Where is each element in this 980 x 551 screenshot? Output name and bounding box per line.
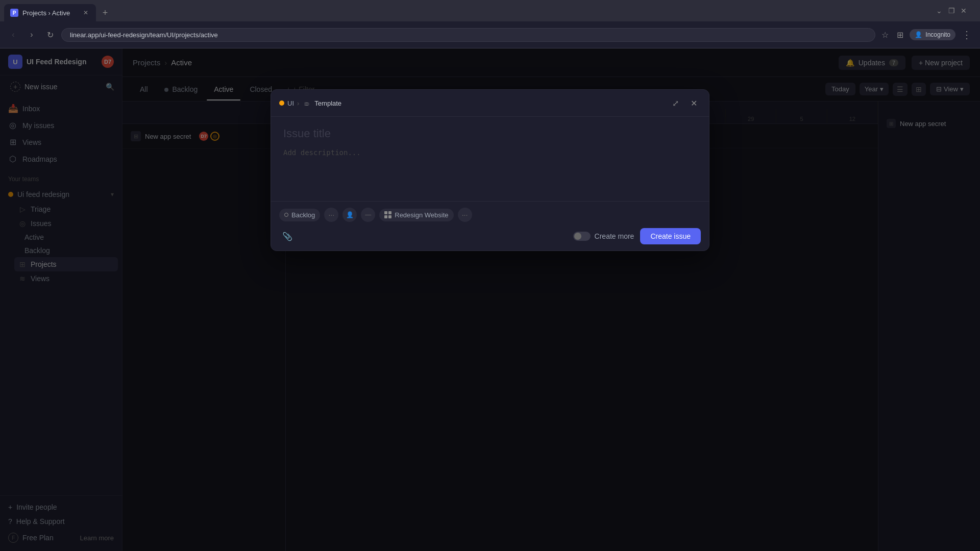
modal-team-name: UI [287,99,294,107]
back-button[interactable]: ‹ [6,28,20,42]
toggle-handle [574,233,581,240]
address-bar[interactable]: linear.app/ui-feed-redesign/team/UI/proj… [61,28,875,42]
incognito-button[interactable]: 👤 Incognito [910,29,955,40]
project-tag-label: Redesign Website [395,211,448,219]
bookmark-button[interactable]: ☆ [879,28,891,42]
tab-title: Projects › Active [22,9,70,17]
attach-button[interactable]: 📎 [279,228,296,244]
modal-bottom: 📎 Create more Create issue [279,228,701,244]
tag-project-more-button[interactable]: ··· [458,208,472,222]
url-text: linear.app/ui-feed-redesign/team/UI/proj… [70,31,218,39]
toggle-switch[interactable] [573,232,591,241]
tab-close-button[interactable]: ✕ [82,9,90,17]
modal-expand-button[interactable]: ⤢ [668,96,682,110]
tab-favicon: P [10,9,18,17]
modal-footer: Backlog ··· 👤 — Redesign Website ··· 📎 [271,201,709,251]
modal-breadcrumb: UI › ⎄ Template [279,98,664,108]
tag-backlog-button[interactable]: Backlog [279,209,320,221]
create-issue-modal: UI › ⎄ Template ⤢ ✕ Backlog ··· [271,89,709,251]
browser-menu-button[interactable]: ⋮ [960,27,974,43]
minimize-button[interactable]: ⌄ [935,7,943,15]
extensions-button[interactable]: ⊞ [895,28,905,42]
modal-topbar: UI › ⎄ Template ⤢ ✕ [271,90,709,117]
modal-close-button[interactable]: ✕ [687,96,701,110]
modal-tags: Backlog ··· 👤 — Redesign Website ··· [279,208,701,222]
modal-right-actions: Create more Create issue [573,228,701,244]
issue-title-input[interactable] [283,127,697,140]
incognito-avatar: 👤 [915,31,922,38]
tag-priority-button[interactable]: — [361,208,375,222]
tag-project-button[interactable]: Redesign Website [379,209,453,221]
modal-team-dot [279,101,284,106]
modal-template-icon: ⎄ [302,98,311,108]
modal-breadcrumb-sep: › [297,99,299,107]
create-issue-button[interactable]: Create issue [640,228,701,244]
tag-more-button[interactable]: ··· [324,208,338,222]
create-more-toggle[interactable]: Create more [573,232,634,241]
new-tab-button[interactable]: + [98,6,112,20]
forward-button[interactable]: › [24,28,39,42]
modal-overlay[interactable]: UI › ⎄ Template ⤢ ✕ Backlog ··· [0,48,980,551]
project-grid-icon [384,211,391,218]
modal-body [271,117,709,201]
backlog-tag-label: Backlog [291,211,315,219]
active-tab[interactable]: P Projects › Active ✕ [4,4,96,21]
issue-description-input[interactable] [283,148,697,189]
incognito-label: Incognito [925,31,950,38]
tag-person-button[interactable]: 👤 [342,208,357,222]
reload-button[interactable]: ↻ [43,28,57,42]
backlog-tag-dot [284,213,288,217]
maximize-button[interactable]: ❐ [947,7,955,15]
close-window-button[interactable]: ✕ [960,7,968,15]
modal-actions: ⤢ ✕ [668,96,701,110]
modal-template-name: Template [314,99,341,107]
create-more-label: Create more [595,232,634,240]
